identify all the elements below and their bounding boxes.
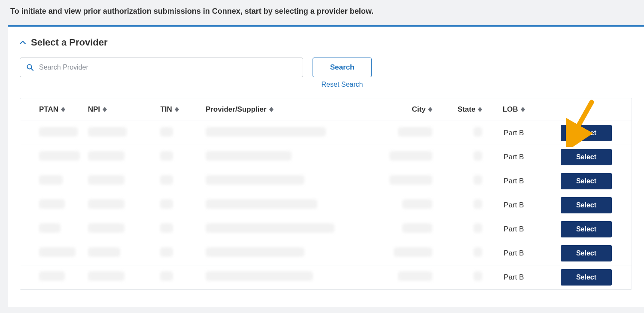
redacted-cell [206, 199, 317, 209]
redacted-cell [206, 271, 313, 281]
select-button[interactable]: Select [561, 125, 612, 141]
redacted-cell [160, 175, 173, 185]
redacted-cell [88, 271, 125, 281]
redacted-cell [474, 175, 482, 185]
redacted-cell [389, 151, 432, 161]
col-label: Provider/Supplier [206, 105, 267, 114]
redacted-cell [398, 127, 432, 137]
lob-cell: Part B [504, 249, 524, 257]
col-label: State [458, 105, 476, 114]
redacted-cell [39, 175, 63, 185]
redacted-cell [206, 151, 292, 161]
redacted-cell [160, 151, 173, 161]
search-button[interactable]: Search [313, 58, 372, 77]
redacted-cell [160, 199, 173, 209]
redacted-cell [474, 151, 482, 161]
reset-search-link[interactable]: Reset Search [322, 81, 363, 88]
col-header-state[interactable]: State [458, 105, 483, 114]
col-header-tin[interactable]: TIN [160, 105, 179, 114]
redacted-cell [39, 151, 80, 161]
svg-line-1 [31, 69, 33, 71]
provider-table: PTAN NPI TIN Provider/Supplier City Stat… [20, 98, 632, 290]
redacted-cell [474, 271, 482, 281]
col-label: LOB [503, 105, 518, 114]
select-button[interactable]: Select [561, 245, 612, 261]
search-icon [27, 64, 33, 71]
table-row: Part BSelect [20, 217, 632, 241]
redacted-cell [88, 151, 125, 161]
redacted-cell [160, 127, 173, 137]
redacted-cell [39, 271, 65, 281]
redacted-cell [88, 127, 127, 137]
redacted-cell [474, 199, 482, 209]
chevron-up-icon [20, 40, 26, 45]
redacted-cell [160, 223, 173, 233]
redacted-cell [206, 175, 304, 185]
col-header-ptan[interactable]: PTAN [39, 105, 65, 114]
sort-icon [428, 107, 432, 112]
redacted-cell [402, 223, 432, 233]
table-row: Part BSelect [20, 241, 632, 265]
col-label: NPI [88, 105, 100, 114]
redacted-cell [160, 247, 173, 257]
select-button[interactable]: Select [561, 221, 612, 237]
table-row: Part BSelect [20, 265, 632, 289]
provider-panel: Select a Provider Search Reset Search [8, 25, 644, 307]
redacted-cell [160, 271, 173, 281]
lob-cell: Part B [504, 129, 524, 137]
sort-icon [478, 107, 482, 112]
page-intro: To initiate and view prior authorization… [8, 0, 644, 25]
select-button[interactable]: Select [561, 269, 612, 286]
col-header-provider[interactable]: Provider/Supplier [206, 105, 273, 114]
section-header[interactable]: Select a Provider [20, 37, 632, 48]
select-button[interactable]: Select [561, 197, 612, 213]
lob-cell: Part B [504, 273, 524, 281]
lob-cell: Part B [504, 177, 524, 185]
table-row: Part BSelect [20, 169, 632, 193]
lob-cell: Part B [504, 225, 524, 233]
sort-icon [175, 107, 179, 112]
sort-icon [269, 107, 273, 112]
col-header-city[interactable]: City [412, 105, 432, 114]
search-input[interactable] [20, 58, 303, 77]
redacted-cell [88, 199, 125, 209]
col-label: PTAN [39, 105, 58, 114]
select-button[interactable]: Select [561, 173, 612, 189]
redacted-cell [39, 223, 61, 233]
redacted-cell [398, 271, 432, 281]
redacted-cell [474, 127, 482, 137]
table-row: Part BSelect [20, 121, 632, 145]
redacted-cell [206, 223, 334, 233]
select-button[interactable]: Select [561, 149, 612, 165]
sort-icon [103, 107, 107, 112]
redacted-cell [206, 247, 304, 257]
col-header-lob[interactable]: LOB [503, 105, 525, 114]
section-title: Select a Provider [31, 37, 108, 48]
redacted-cell [39, 199, 65, 209]
redacted-cell [394, 247, 432, 257]
sort-icon [61, 107, 65, 112]
col-header-npi[interactable]: NPI [88, 105, 107, 114]
table-row: Part BSelect [20, 145, 632, 169]
redacted-cell [88, 247, 120, 257]
lob-cell: Part B [504, 201, 524, 209]
redacted-cell [389, 175, 432, 185]
col-label: TIN [160, 105, 172, 114]
table-row: Part BSelect [20, 193, 632, 217]
redacted-cell [88, 223, 125, 233]
redacted-cell [88, 175, 125, 185]
redacted-cell [206, 127, 326, 137]
redacted-cell [39, 247, 76, 257]
col-label: City [412, 105, 425, 114]
redacted-cell [474, 247, 482, 257]
redacted-cell [39, 127, 78, 137]
sort-icon [521, 107, 525, 112]
redacted-cell [402, 199, 432, 209]
lob-cell: Part B [504, 153, 524, 161]
redacted-cell [474, 223, 482, 233]
